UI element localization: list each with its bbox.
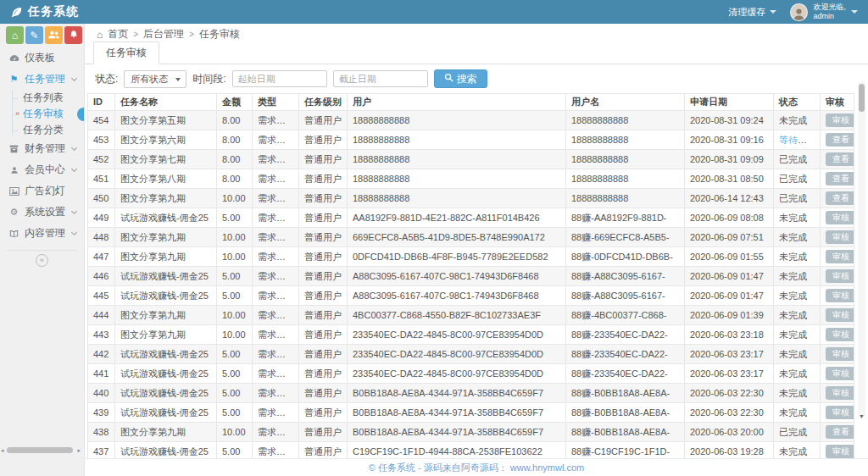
cell-status: 已完成 — [774, 423, 821, 442]
users-shortcut-button[interactable] — [45, 26, 63, 44]
tab-task-audit[interactable]: 任务审核 — [93, 42, 159, 64]
scroll-right-arrow-icon[interactable]: ▸ — [77, 446, 81, 454]
sidebar-item-label: 任务管理 — [25, 72, 65, 86]
cell-id: 442 — [88, 345, 115, 364]
column-header: 类型 — [253, 94, 299, 111]
cell-type: 需求信息 — [253, 364, 299, 384]
username: admin — [813, 12, 846, 21]
end-date-input[interactable] — [333, 70, 428, 87]
user-menu[interactable]: 欢迎光临, admin — [790, 3, 858, 21]
sidebar-item-ad-slides[interactable]: 广告幻灯 — [0, 180, 84, 202]
cell-name: 图文分享第九期 — [115, 189, 217, 208]
footer-text[interactable]: © 任务系统 - 源码来自阿奇源码： www.hnymwl.com — [369, 462, 584, 474]
vertical-scrollbar[interactable]: ▼ — [858, 81, 865, 418]
gauge-icon — [8, 54, 19, 62]
cell-level: 普通用户 — [299, 208, 348, 228]
sidebar-item-task-audit[interactable]: » 任务审核 — [0, 106, 84, 122]
clear-cache-label: 清理缓存 — [728, 6, 765, 19]
search-button[interactable]: 搜索 — [434, 69, 487, 88]
cell-amount: 10.00 — [217, 228, 253, 247]
main-content: ⌂ 首页 > 后台管理 > 任务审核 任务审核 状态: 所有状态 时间段: 搜索… — [85, 24, 868, 476]
table-row: 440试玩游戏赚钱-佣金255.00需求信息普通用户B0BB18A8-AE8A-… — [88, 384, 854, 403]
collapse-icon: « — [40, 257, 44, 264]
chevron-down-icon — [71, 230, 77, 235]
status-text: 未完成 — [779, 388, 807, 398]
sidebar-item-finance[interactable]: 财务管理 — [0, 138, 84, 159]
audit-button[interactable]: 审核 — [826, 347, 854, 361]
sidebar-item-system[interactable]: ⚙ 系统设置 — [0, 202, 84, 223]
sidebar-item-dashboard[interactable]: 仪表板 — [0, 47, 84, 69]
cell-status: 已完成 — [774, 189, 821, 208]
audit-button[interactable]: 审核 — [826, 230, 854, 244]
sidebar-item-task-category[interactable]: 任务分类 — [0, 122, 84, 138]
view-button[interactable]: 查看 — [826, 133, 854, 147]
audit-button[interactable]: 审核 — [826, 328, 854, 341]
cell-id: 446 — [88, 267, 115, 286]
breadcrumb-admin[interactable]: 后台管理 — [143, 27, 184, 42]
cell-level: 普通用户 — [299, 228, 348, 247]
bell-shortcut-button[interactable] — [64, 26, 82, 44]
horizontal-scrollbar[interactable]: ◂ ▸ — [0, 446, 84, 454]
view-button[interactable]: 查看 — [826, 172, 854, 185]
cell-id: 452 — [88, 150, 115, 169]
audit-button[interactable]: 审核 — [826, 367, 854, 380]
chevron-down-icon — [71, 166, 77, 172]
horizontal-scrollbar-thumb[interactable] — [7, 447, 73, 453]
cell-name: 图文分享第九期 — [115, 306, 217, 325]
cell-username: 88赚-233540EC-DA22- — [566, 364, 685, 384]
audit-button[interactable]: 审核 — [826, 406, 854, 419]
cell-user: 18888888888 — [348, 169, 566, 189]
cell-action: 审核 — [821, 306, 854, 325]
search-button-label: 搜索 — [457, 72, 477, 86]
cell-level: 普通用户 — [299, 345, 348, 364]
view-button[interactable]: 查看 — [826, 425, 854, 439]
table-row: 447图文分享第九期10.00需求信息普通用户0DFCD41D-DB6B-4F8… — [88, 247, 854, 267]
sidebar-item-task-manage[interactable]: ⚑ 任务管理 — [0, 69, 84, 90]
cell-action: 查看 — [821, 189, 854, 208]
cell-amount: 5.00 — [217, 403, 253, 423]
scroll-left-arrow-icon[interactable]: ◂ — [1, 446, 4, 454]
start-date-input[interactable] — [232, 70, 327, 87]
audit-button[interactable]: 审核 — [826, 289, 854, 302]
scroll-down-arrow-icon[interactable]: ▼ — [859, 413, 865, 419]
sidebar-item-label: 内容管理 — [25, 226, 65, 241]
cell-username: 88赚-233540EC-DA22- — [566, 325, 685, 345]
cell-name: 图文分享第九期 — [115, 247, 217, 267]
status-text: 未完成 — [779, 310, 807, 320]
audit-button[interactable]: 审核 — [826, 113, 854, 127]
sidebar-item-content[interactable]: 内容管理 — [0, 223, 84, 244]
cell-amount: 8.00 — [217, 111, 253, 130]
audit-button[interactable]: 审核 — [826, 250, 854, 263]
cell-status: 等待审核 — [774, 130, 821, 150]
audit-button[interactable]: 审核 — [826, 211, 854, 224]
cell-date: 2020-08-31 09:09 — [685, 150, 774, 169]
tab-bar: 任务审核 — [85, 45, 868, 64]
sidebar-collapse-button[interactable]: « — [36, 254, 48, 267]
filter-bar: 状态: 所有状态 时间段: 搜索 — [95, 69, 868, 88]
chevron-down-icon — [71, 145, 77, 151]
view-button[interactable]: 查看 — [826, 191, 854, 205]
bell-icon — [70, 30, 78, 42]
audit-button[interactable]: 审核 — [826, 386, 854, 400]
home-shortcut-button[interactable]: ⌂ — [6, 26, 24, 44]
cell-name: 图文分享第九期 — [115, 325, 217, 345]
clear-cache-dropdown[interactable]: 清理缓存 — [728, 6, 776, 19]
breadcrumb-home[interactable]: 首页 — [108, 27, 128, 42]
status-select[interactable]: 所有状态 — [124, 70, 186, 88]
edit-shortcut-button[interactable]: ✎ — [25, 26, 43, 44]
audit-button[interactable]: 审核 — [826, 445, 854, 458]
cell-status: 未完成 — [774, 306, 821, 325]
cell-level: 普通用户 — [299, 130, 348, 150]
cell-date: 2020-06-09 01:47 — [685, 286, 774, 306]
sidebar-item-task-list[interactable]: 任务列表 — [0, 90, 84, 106]
view-button[interactable]: 查看 — [826, 152, 854, 166]
sidebar-item-member[interactable]: 会员中心 — [0, 159, 84, 180]
cell-action: 审核 — [821, 228, 854, 247]
cell-action: 审核 — [821, 208, 854, 228]
vertical-scrollbar-thumb[interactable] — [859, 84, 865, 112]
cell-level: 普通用户 — [299, 111, 348, 130]
cell-id: 444 — [88, 306, 115, 325]
audit-button[interactable]: 审核 — [826, 308, 854, 322]
audit-button[interactable]: 审核 — [826, 269, 854, 283]
cell-username: 88赚-233540EC-DA22- — [566, 345, 685, 364]
